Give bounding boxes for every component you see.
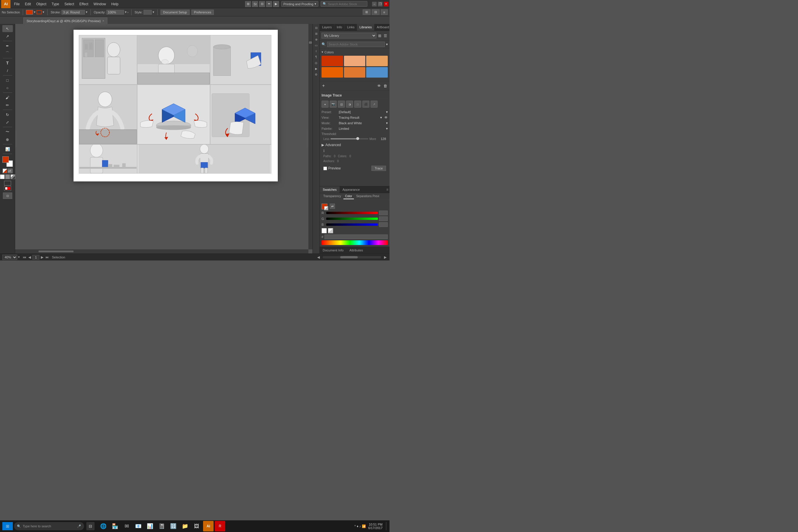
separations-tab[interactable]: Separations Previ (354, 194, 381, 199)
nav-next-page[interactable]: ▶ (40, 255, 44, 259)
brush-icon[interactable]: ✒ (266, 1, 272, 7)
menu-effect[interactable]: Effect (77, 1, 90, 7)
tab-swatches[interactable]: Swatches (320, 186, 340, 193)
stroke-width-input[interactable] (61, 10, 85, 15)
scroll-track[interactable] (323, 256, 381, 259)
arrange-icon[interactable]: ⊞ (245, 1, 251, 7)
selection-tool[interactable]: ↖ (2, 25, 13, 32)
swatch-dark-orange[interactable] (321, 67, 343, 78)
tri-swatch[interactable] (11, 174, 15, 179)
scroll-right-btn[interactable]: ▶ (384, 255, 387, 259)
actions-icon[interactable]: ▶ (314, 66, 319, 71)
grid-icon[interactable]: ⊟ (259, 1, 265, 7)
white-color-box[interactable] (321, 228, 327, 233)
settings-icon[interactable]: ⚙ (314, 72, 319, 77)
curvature-tool[interactable]: ⌒ (2, 50, 13, 57)
scale-tool[interactable]: ⤢ (2, 119, 13, 126)
g-value[interactable] (379, 216, 388, 221)
library-eye-icon[interactable]: 👁 (377, 83, 382, 89)
free-transform-tool[interactable]: ⊕ (2, 136, 13, 143)
scroll-left-btn[interactable]: ◀ (317, 255, 320, 259)
trace-grayscale[interactable]: ▨ (338, 101, 345, 108)
artboard-tool[interactable]: ⊡ (3, 192, 12, 199)
page-number-input[interactable] (32, 255, 39, 260)
r-value[interactable] (379, 211, 388, 215)
menu-file[interactable]: File (12, 1, 22, 7)
swatch-mid-orange[interactable] (344, 67, 366, 78)
library-grid-view[interactable]: ⊞ (377, 33, 382, 38)
menu-help[interactable]: Help (109, 1, 121, 7)
para-styles-icon[interactable]: ¶ (314, 54, 319, 59)
align-left-icon[interactable]: ⊟ (314, 25, 319, 30)
fill-dropdown-icon[interactable]: ▾ (34, 10, 36, 14)
color-tab[interactable]: Color (344, 194, 354, 199)
tab-artboard[interactable]: Artboard (374, 24, 390, 31)
panel-collapse-right[interactable] (307, 130, 309, 148)
pathfinder-icon[interactable]: ⊕ (314, 37, 319, 42)
shapes-icon[interactable]: ▭ (314, 43, 319, 48)
rectangle-tool[interactable]: □ (2, 77, 13, 84)
image-trace-icon[interactable]: ◎ (314, 60, 319, 65)
b-value[interactable] (379, 222, 388, 227)
white-swatch[interactable] (0, 174, 5, 179)
view-mode-preview[interactable] (4, 186, 11, 191)
blob-brush-tool[interactable]: ✏ (2, 101, 13, 109)
stroke-color-box[interactable] (36, 10, 42, 14)
nav-last-page[interactable]: ⏭ (45, 255, 50, 259)
warp-tool[interactable]: 〜 (2, 128, 13, 135)
transparent-color-box[interactable] (328, 228, 333, 233)
mode-dropdown[interactable]: ▾ (386, 121, 388, 125)
advanced-expand-icon[interactable]: ▶ (321, 143, 324, 147)
view-mode-normal[interactable] (4, 181, 11, 186)
direct-selection-tool[interactable]: ↗ (2, 33, 13, 40)
colors-expand-icon[interactable]: ▾ (321, 50, 323, 54)
g-slider[interactable] (326, 217, 378, 220)
stroke-dropdown-icon[interactable]: ▾ (43, 10, 44, 14)
trace-line[interactable]: ↗ (371, 101, 377, 108)
style-dropdown[interactable]: ▾ (153, 10, 154, 14)
horizontal-scrollbar[interactable] (15, 249, 309, 253)
menu-select[interactable]: Select (62, 1, 76, 7)
panel-collapse-left[interactable] (15, 130, 17, 148)
color-spectrum-bar[interactable] (321, 240, 388, 245)
swatch-blue[interactable] (366, 67, 388, 78)
library-search-expand[interactable]: ▾ (386, 42, 388, 46)
threshold-slider[interactable] (331, 138, 368, 139)
collapse-button[interactable]: ≡ (381, 10, 388, 15)
tab-info[interactable]: Info (334, 24, 345, 31)
preset-dropdown[interactable]: ▾ (386, 110, 388, 114)
panel-menu-icon[interactable]: ≡ (385, 186, 390, 193)
trace-outline[interactable]: □ (354, 101, 361, 108)
swap-color-icon[interactable]: ⇄ (8, 169, 13, 173)
opacity-dropdown[interactable]: ▾ (125, 10, 127, 14)
gray-swatch[interactable] (5, 174, 10, 179)
st-icon[interactable]: St (252, 1, 258, 7)
nav-prev-page[interactable]: ◀ (28, 255, 32, 259)
style-box[interactable] (144, 10, 152, 15)
workspace-selector[interactable]: Printing and Proofing ▾ (281, 1, 318, 7)
zoom-dropdown-icon[interactable]: ▾ (18, 255, 20, 259)
document-tab[interactable]: Storyboarding4Dayz.ai @ 40% (RGB/GPU Pre… (23, 18, 107, 24)
tab-attributes[interactable]: Attributes (347, 247, 366, 253)
nav-first-page[interactable]: ⏮ (22, 255, 27, 259)
swap-colors-btn[interactable]: ⇄ (330, 204, 335, 209)
trace-silhouette[interactable]: ⬛ (363, 101, 369, 108)
view-eye-icon[interactable]: 👁 (384, 115, 388, 119)
menu-edit[interactable]: Edit (22, 1, 33, 7)
type-tool[interactable]: T (2, 59, 13, 66)
no-fill-icon[interactable] (3, 169, 7, 173)
trace-button[interactable]: Trace (371, 166, 386, 171)
tab-links[interactable]: Links (345, 24, 357, 31)
trace-bw[interactable]: ◑ (346, 101, 353, 108)
swatch-peach[interactable] (344, 56, 366, 66)
char-styles-icon[interactable]: Ⅰ (314, 49, 319, 54)
foreground-color-icon[interactable] (321, 204, 327, 209)
menu-window[interactable]: Window (91, 1, 109, 7)
view-dropdown[interactable]: ▾ (380, 115, 382, 119)
paintbrush-tool[interactable]: 🖌 (2, 94, 13, 101)
search-stock-input[interactable]: 🔍 Search Adobe Stock (321, 1, 367, 7)
trace-photo[interactable]: 📷 (330, 101, 337, 108)
preferences-button[interactable]: Preferences (191, 10, 214, 15)
palette-dropdown[interactable]: ▾ (386, 127, 388, 131)
library-list-view[interactable]: ☰ (383, 33, 388, 38)
